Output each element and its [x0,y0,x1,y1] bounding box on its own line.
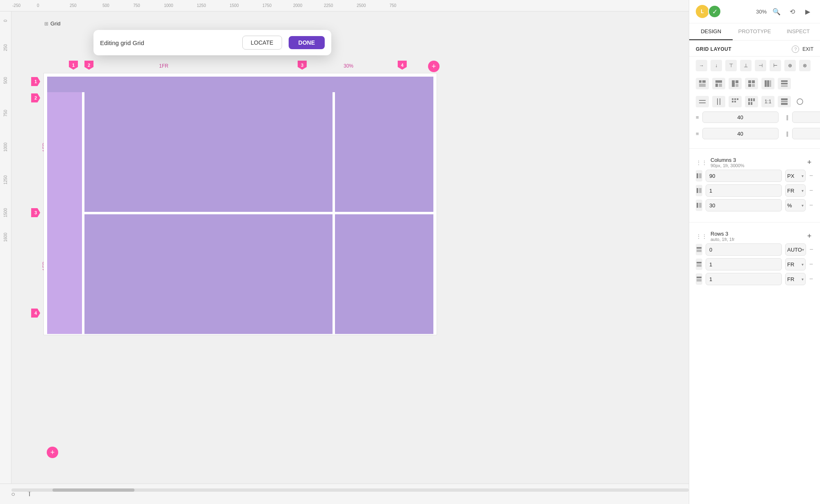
center-v-icon[interactable]: ⊗ [799,60,811,71]
row-badge-3[interactable]: 3 [31,208,40,217]
row-unit-select-3[interactable]: FR▾ [785,273,806,285]
right-value-input-2[interactable] [792,128,820,139]
column-icon-3 [696,200,702,211]
svg-rect-2 [699,84,706,87]
left-value-input-2[interactable] [702,128,779,139]
grid-cell-bottomright [335,214,433,334]
row-badge-2[interactable]: 2 [31,93,40,102]
ruler-mark: 750 [390,3,396,8]
col-badge-2[interactable]: 2 [84,61,93,70]
layout-icon-8[interactable] [712,96,725,107]
align-bottom-icon[interactable]: ⊥ [740,60,752,71]
remove-row-1[interactable]: − [809,245,813,254]
remove-column-3[interactable]: − [809,201,813,209]
search-button[interactable]: 🔍 [771,6,782,17]
ruler-mark: 1750 [262,3,271,8]
exit-button[interactable]: EXIT [802,46,813,52]
row-value-1[interactable] [706,243,782,256]
layout-icon-9[interactable] [729,96,742,107]
column-value-3[interactable] [706,199,782,211]
columns-title-group: Columns 3 90px, 1fr, 3000% [711,157,745,168]
ruler-mark: 500 [102,3,109,8]
align-right2-icon[interactable]: ⊢ [770,60,781,71]
svg-rect-3 [715,80,722,83]
add-column-button[interactable]: + [428,61,440,72]
svg-rect-13 [765,80,767,87]
circle-icon[interactable] [794,96,806,107]
rows-drag-handle[interactable]: ⋮⋮ [696,233,707,240]
layout-icon-6[interactable] [778,78,791,89]
ruler-mark: 1250 [197,3,206,8]
layout-icon-7[interactable] [696,96,709,107]
svg-rect-34 [781,101,788,102]
right-value-input[interactable] [792,111,820,123]
align-top-icon[interactable]: ⊤ [725,60,737,71]
left-value-input[interactable] [702,111,779,123]
ruler-mark: 2000 [293,3,302,8]
layout-icon-3[interactable] [729,78,742,89]
col-marker-3: 3 [298,61,307,70]
history-button[interactable]: ⟲ [786,6,798,17]
column-value-1[interactable] [706,170,782,182]
column-icon-2 [696,185,702,196]
horizontal-scrollbar[interactable] [11,488,689,492]
grid-row-bottom [84,214,433,334]
col-badge-4[interactable]: 4 [398,61,407,70]
grid-cell-bottomleft [84,214,333,334]
col-marker-4: 4 [398,61,407,70]
tab-inspect[interactable]: INSPECT [777,23,820,40]
grid-row-top [84,92,433,212]
grid-main-content [47,92,433,334]
ruler-left: 0 250 500 750 1000 1250 1500 1600 [0,11,11,484]
ruler-mark-v: 500 [3,77,8,84]
locate-button[interactable]: LOCATE [242,36,282,50]
ruler-mark: 2250 [324,3,333,8]
svg-rect-35 [781,103,788,105]
row-unit-select-2[interactable]: FR▾ [785,258,806,270]
svg-rect-18 [781,85,788,87]
col-badge-3[interactable]: 3 [298,61,307,70]
center-h-icon[interactable]: ⊕ [784,60,796,71]
svg-rect-38 [699,173,702,178]
row-badge-4[interactable]: 4 [31,309,40,318]
scrollbar-thumb[interactable] [52,488,134,492]
ruler-mark-v: 1500 [3,208,8,217]
tab-prototype[interactable]: PROTOTYPE [733,23,776,40]
align-down-icon[interactable]: ↓ [711,60,722,71]
layout-icon-10[interactable] [745,96,758,107]
column-unit-select-1[interactable]: PX▾ [785,170,806,182]
add-row-grid-button[interactable]: + [805,232,813,241]
align-right-icon[interactable]: → [696,60,707,71]
remove-row-2[interactable]: − [809,260,813,268]
layout-icon-4[interactable] [745,78,758,89]
remove-row-3[interactable]: − [809,275,813,283]
layout-icon-11[interactable]: 1:1 [761,96,774,107]
column-value-2[interactable] [706,184,782,197]
help-icon[interactable]: ? [792,45,799,53]
tab-design[interactable]: DESIGN [689,23,733,40]
row-marker-2: 2 [31,93,40,102]
layout-icon-5[interactable] [761,78,774,89]
add-row-button[interactable]: + [47,447,58,458]
row-badge-1[interactable]: 1 [31,77,40,86]
add-column-grid-button[interactable]: + [805,159,813,167]
align-left-icon[interactable]: ⊣ [755,60,766,71]
svg-rect-44 [697,250,702,252]
row-unit-select-1[interactable]: AUTO▾ [785,243,806,256]
row-value-3[interactable] [706,273,782,285]
column-unit-select-3[interactable]: %▾ [785,199,806,211]
row-value-2[interactable] [706,258,782,270]
play-button[interactable]: ▶ [802,6,813,17]
remove-column-2[interactable]: − [809,186,813,195]
avatar-user2: ✓ [708,5,721,18]
remove-column-1[interactable]: − [809,172,813,180]
col-badge-1[interactable]: 1 [69,61,78,70]
grid-label-text: Grid [50,20,61,27]
grid-frame [43,73,437,335]
layout-icon-2[interactable] [712,78,725,89]
layout-icon-12[interactable] [778,96,791,107]
columns-drag-handle[interactable]: ⋮⋮ [696,159,707,166]
done-button[interactable]: DONE [289,36,325,49]
layout-icon-1[interactable] [696,78,709,89]
column-unit-select-2[interactable]: FR▾ [785,184,806,197]
